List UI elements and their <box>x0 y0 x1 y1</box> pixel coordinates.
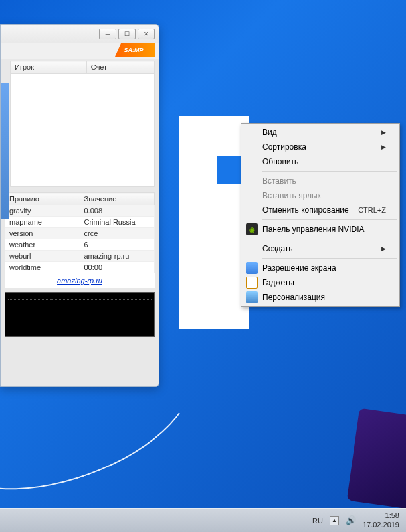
submenu-arrow-icon: ▶ <box>381 144 386 150</box>
menu-separator <box>262 239 397 239</box>
submenu-arrow-icon: ▶ <box>381 129 386 136</box>
rule-value: amazing-rp.ru <box>80 251 155 262</box>
menu-item-label: Гаджеты <box>262 278 294 287</box>
menu-item-label: Отменить копирование <box>262 205 349 215</box>
sidebar-strip <box>1 83 9 219</box>
menu-item[interactable]: Сортировка▶ <box>243 140 398 154</box>
rule-name: worldtime <box>5 262 80 273</box>
maximize-button[interactable]: ☐ <box>118 29 136 39</box>
rules-header-value[interactable]: Значение <box>80 193 155 205</box>
samp-window: ─ ☐ ✕ SA:MP Игрок Счет Правило Значение … <box>0 24 159 387</box>
rule-name: gravity <box>5 205 80 217</box>
nvidia-icon: ◉ <box>246 223 258 235</box>
language-indicator[interactable]: RU <box>312 517 323 525</box>
console-inner <box>8 299 152 331</box>
menu-item-label: Разрешение экрана <box>262 263 336 273</box>
submenu-arrow-icon: ▶ <box>381 245 386 252</box>
titlebar: ─ ☐ ✕ <box>1 25 159 43</box>
tray-expand-icon[interactable]: ▲ <box>330 516 339 525</box>
samp-logo: SA:MP <box>115 43 155 57</box>
menu-item[interactable]: Разрешение экрана <box>243 261 398 275</box>
volume-icon[interactable]: 🔊 <box>346 515 356 525</box>
players-empty-area <box>10 74 155 187</box>
menu-item[interactable]: Гаджеты <box>243 275 398 290</box>
menu-item-label: Обновить <box>262 157 298 166</box>
rule-value: 6 <box>80 239 155 251</box>
menu-item: Вставить ярлык <box>243 188 398 203</box>
rule-value: crce <box>80 228 155 239</box>
table-row[interactable]: weather6 <box>5 239 155 251</box>
menu-item[interactable]: Вид▶ <box>243 125 398 140</box>
clock-time: 1:58 <box>363 511 399 520</box>
menu-item: Вставить <box>243 174 398 188</box>
menu-separator <box>262 219 397 220</box>
menu-item-label: Панель управления NVIDIA <box>262 225 365 234</box>
menu-shortcut: CTRL+Z <box>358 206 386 214</box>
gadgets-icon <box>246 277 258 289</box>
players-header-score[interactable]: Счет <box>86 61 154 74</box>
clock[interactable]: 1:58 17.02.2019 <box>363 511 399 529</box>
personalize-icon <box>246 291 258 303</box>
rule-name: weather <box>5 239 80 251</box>
table-row[interactable]: worldtime00:00 <box>5 262 155 273</box>
players-table: Игрок Счет <box>10 61 155 74</box>
close-button[interactable]: ✕ <box>138 29 155 39</box>
menu-item-label: Вставить <box>262 176 296 186</box>
table-row[interactable]: gravity0.008 <box>5 205 155 217</box>
table-row[interactable]: mapnameCriminal Russia <box>5 217 155 228</box>
resolution-icon <box>246 262 258 274</box>
weburl-link[interactable]: amazing-rp.ru <box>57 277 102 285</box>
menu-item[interactable]: Персонализация <box>243 290 398 305</box>
menu-separator <box>262 258 397 259</box>
minimize-button[interactable]: ─ <box>99 29 116 39</box>
rule-value: 0.008 <box>80 205 155 217</box>
logo-row: SA:MP <box>1 43 159 59</box>
menu-item[interactable]: ◉Панель управления NVIDIA <box>243 222 398 237</box>
rules-table: Правило Значение gravity0.008mapnameCrim… <box>5 192 155 273</box>
players-header-player[interactable]: Игрок <box>11 61 87 74</box>
rule-value: 00:00 <box>80 262 155 273</box>
menu-item[interactable]: Обновить <box>243 154 398 169</box>
clock-date: 17.02.2019 <box>363 521 399 529</box>
desktop-context-menu: Вид▶Сортировка▶ОбновитьВставитьВставить … <box>241 123 400 307</box>
taskbar[interactable]: RU ▲ 🔊 1:58 17.02.2019 <box>0 508 406 532</box>
menu-item[interactable]: Отменить копированиеCTRL+Z <box>243 203 398 217</box>
menu-item-label: Вид <box>262 128 277 137</box>
background-white-block <box>179 116 249 329</box>
corner-decoration <box>347 408 406 510</box>
rule-name: weburl <box>5 251 80 262</box>
console-area <box>5 292 155 337</box>
table-row[interactable]: weburlamazing-rp.ru <box>5 251 155 262</box>
rule-value: Criminal Russia <box>80 217 155 228</box>
menu-item[interactable]: Создать▶ <box>243 241 398 256</box>
menu-item-label: Создать <box>262 244 293 253</box>
table-row[interactable]: versioncrce <box>5 228 155 239</box>
rules-header-rule[interactable]: Правило <box>5 193 80 205</box>
menu-item-label: Сортировка <box>262 142 306 152</box>
system-tray: RU ▲ 🔊 1:58 17.02.2019 <box>312 511 406 529</box>
menu-item-label: Персонализация <box>262 293 325 302</box>
menu-separator <box>262 171 397 172</box>
weburl-link-row: amazing-rp.ru <box>5 273 155 288</box>
menu-item-label: Вставить ярлык <box>262 191 321 200</box>
rule-name: version <box>5 228 80 239</box>
rule-name: mapname <box>5 217 80 228</box>
